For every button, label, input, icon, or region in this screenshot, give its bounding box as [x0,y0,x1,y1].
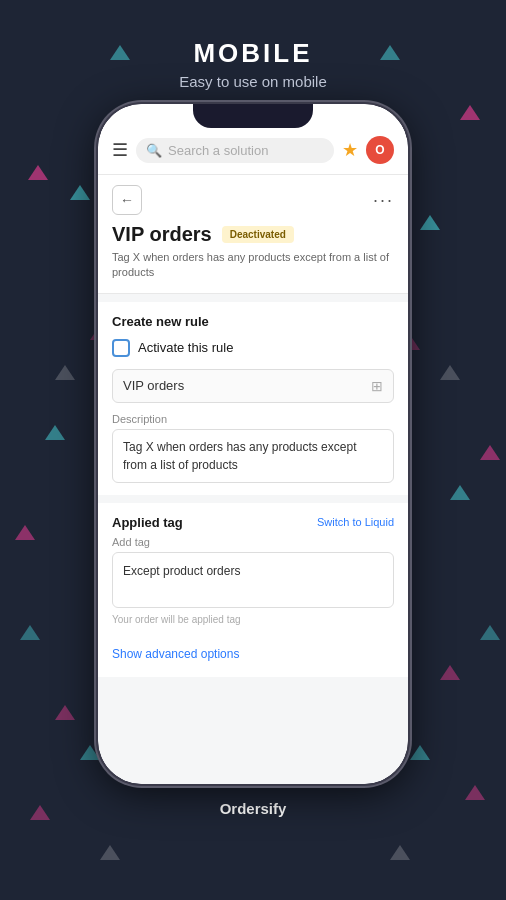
doc-icon: ⊞ [371,378,383,394]
svg-marker-24 [100,845,120,860]
favorites-icon[interactable]: ★ [342,139,358,161]
record-subtitle: Tag X when orders has any products excep… [112,250,394,281]
avatar[interactable]: O [366,136,394,164]
add-tag-label: Add tag [112,536,394,548]
switch-liquid-button[interactable]: Switch to Liquid [317,516,394,528]
tag-section-header: Applied tag Switch to Liquid [112,515,394,530]
svg-marker-12 [45,425,65,440]
form-section: Create new rule Activate this rule VIP o… [98,302,408,495]
tag-input[interactable]: Except product orders [112,552,394,608]
svg-marker-2 [15,525,35,540]
description-textarea[interactable]: Tag X when orders has any products excep… [112,429,394,483]
phone-mockup: ☰ 🔍 Search a solution ★ O ← ··· VIP orde… [98,104,408,784]
search-icon: 🔍 [146,143,162,158]
activate-label: Activate this rule [138,340,233,355]
description-text: Tag X when orders has any products excep… [123,438,383,474]
record-title: VIP orders [112,223,212,246]
svg-marker-4 [55,705,75,720]
brand-name: Ordersify [220,800,287,817]
back-button[interactable]: ← [112,185,142,215]
rule-name-value: VIP orders [123,378,184,393]
phone-notch [193,104,313,128]
form-section-title: Create new rule [112,314,394,329]
content-header: ← ··· VIP orders Deactivated Tag X when … [98,175,408,294]
svg-marker-15 [410,745,430,760]
page-title: MOBILE [0,38,506,69]
svg-marker-3 [480,445,500,460]
svg-marker-0 [28,165,48,180]
svg-marker-13 [450,485,470,500]
menu-icon[interactable]: ☰ [112,139,128,161]
svg-marker-22 [55,365,75,380]
tag-hint: Your order will be applied tag [112,614,394,625]
svg-marker-25 [390,845,410,860]
advanced-options-link[interactable]: Show advanced options [112,643,239,665]
tag-section-title: Applied tag [112,515,183,530]
status-badge: Deactivated [222,226,294,243]
title-row: VIP orders Deactivated [112,223,394,246]
svg-marker-17 [480,625,500,640]
svg-marker-11 [420,215,440,230]
nav-row: ← ··· [112,185,394,215]
description-label: Description [112,413,394,425]
svg-marker-10 [70,185,90,200]
search-placeholder: Search a solution [168,143,268,158]
phone-screen: ☰ 🔍 Search a solution ★ O ← ··· VIP orde… [98,104,408,784]
rule-name-input[interactable]: VIP orders ⊞ [112,369,394,403]
search-bar[interactable]: 🔍 Search a solution [136,138,334,163]
svg-marker-1 [460,105,480,120]
svg-marker-23 [440,365,460,380]
tag-value: Except product orders [123,564,240,578]
svg-marker-5 [440,665,460,680]
svg-marker-14 [80,745,100,760]
phone-content: ← ··· VIP orders Deactivated Tag X when … [98,175,408,784]
activate-checkbox[interactable] [112,339,130,357]
svg-marker-16 [20,625,40,640]
more-button[interactable]: ··· [373,190,394,211]
page-subtitle: Easy to use on mobile [0,73,506,90]
tag-section: Applied tag Switch to Liquid Add tag Exc… [98,503,408,677]
page-header: MOBILE Easy to use on mobile [0,0,506,90]
activate-row: Activate this rule [112,339,394,357]
footer: Ordersify [0,784,506,827]
